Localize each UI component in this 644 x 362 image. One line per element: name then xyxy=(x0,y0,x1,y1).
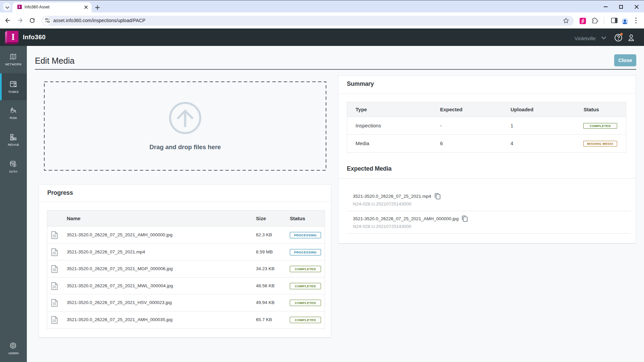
svg-text:I: I xyxy=(11,32,15,42)
